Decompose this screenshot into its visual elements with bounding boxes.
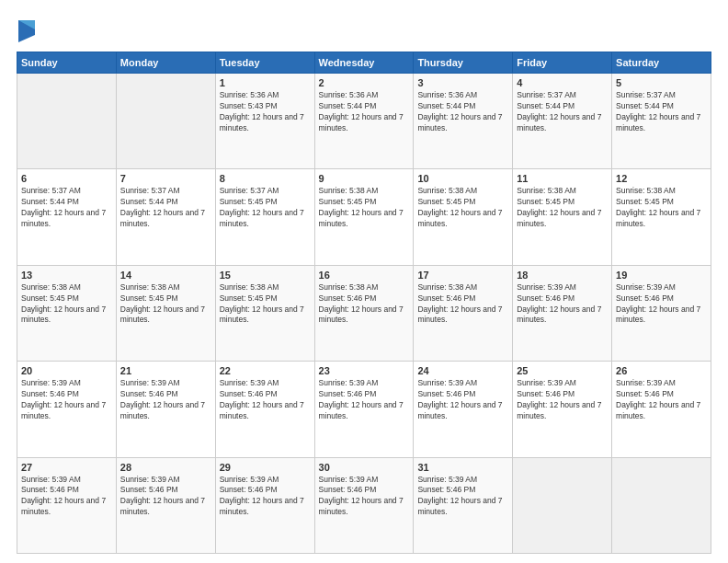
day-cell: 30Sunrise: 5:39 AMSunset: 5:46 PMDayligh… xyxy=(314,457,414,553)
day-number: 23 xyxy=(319,365,410,376)
day-info: Sunrise: 5:39 AMSunset: 5:46 PMDaylight:… xyxy=(319,378,410,422)
day-cell xyxy=(513,457,612,553)
week-row-3: 20Sunrise: 5:39 AMSunset: 5:46 PMDayligh… xyxy=(17,362,711,457)
day-info: Sunrise: 5:37 AMSunset: 5:44 PMDaylight:… xyxy=(120,186,211,230)
day-cell: 14Sunrise: 5:38 AMSunset: 5:45 PMDayligh… xyxy=(116,265,215,361)
day-number: 17 xyxy=(417,270,508,281)
day-cell xyxy=(17,74,117,169)
day-info: Sunrise: 5:38 AMSunset: 5:45 PMDaylight:… xyxy=(220,282,311,327)
day-cell: 24Sunrise: 5:39 AMSunset: 5:46 PMDayligh… xyxy=(414,362,513,457)
day-info: Sunrise: 5:36 AMSunset: 5:44 PMDaylight:… xyxy=(417,90,508,134)
weekday-header-friday: Friday xyxy=(513,52,612,74)
day-cell: 2Sunrise: 5:36 AMSunset: 5:44 PMDaylight… xyxy=(314,74,414,169)
day-info: Sunrise: 5:39 AMSunset: 5:46 PMDaylight:… xyxy=(417,475,508,519)
weekday-header-monday: Monday xyxy=(116,52,215,74)
day-cell: 7Sunrise: 5:37 AMSunset: 5:44 PMDaylight… xyxy=(116,169,215,265)
day-info: Sunrise: 5:38 AMSunset: 5:46 PMDaylight:… xyxy=(319,282,410,327)
day-cell: 9Sunrise: 5:38 AMSunset: 5:45 PMDaylight… xyxy=(314,169,414,265)
day-number: 5 xyxy=(616,77,707,88)
day-info: Sunrise: 5:38 AMSunset: 5:45 PMDaylight:… xyxy=(417,186,508,230)
day-info: Sunrise: 5:39 AMSunset: 5:46 PMDaylight:… xyxy=(616,282,707,327)
day-number: 24 xyxy=(417,365,508,376)
day-number: 22 xyxy=(220,365,311,376)
day-cell: 22Sunrise: 5:39 AMSunset: 5:46 PMDayligh… xyxy=(215,362,314,457)
day-number: 4 xyxy=(517,77,608,88)
day-cell: 1Sunrise: 5:36 AMSunset: 5:43 PMDaylight… xyxy=(215,74,314,169)
day-number: 11 xyxy=(517,173,608,184)
day-info: Sunrise: 5:39 AMSunset: 5:46 PMDaylight:… xyxy=(517,282,608,327)
weekday-header-row: SundayMondayTuesdayWednesdayThursdayFrid… xyxy=(17,52,711,74)
week-row-2: 13Sunrise: 5:38 AMSunset: 5:45 PMDayligh… xyxy=(17,265,711,361)
day-cell: 13Sunrise: 5:38 AMSunset: 5:45 PMDayligh… xyxy=(17,265,117,361)
day-number: 20 xyxy=(21,365,112,376)
day-cell: 4Sunrise: 5:37 AMSunset: 5:44 PMDaylight… xyxy=(513,74,612,169)
day-number: 6 xyxy=(21,173,112,184)
day-cell: 11Sunrise: 5:38 AMSunset: 5:45 PMDayligh… xyxy=(513,169,612,265)
weekday-header-tuesday: Tuesday xyxy=(215,52,314,74)
day-number: 12 xyxy=(616,173,707,184)
day-info: Sunrise: 5:39 AMSunset: 5:46 PMDaylight:… xyxy=(517,378,608,422)
week-row-0: 1Sunrise: 5:36 AMSunset: 5:43 PMDaylight… xyxy=(17,74,711,169)
day-cell: 31Sunrise: 5:39 AMSunset: 5:46 PMDayligh… xyxy=(414,457,513,553)
day-info: Sunrise: 5:37 AMSunset: 5:45 PMDaylight:… xyxy=(220,186,311,230)
day-cell: 10Sunrise: 5:38 AMSunset: 5:45 PMDayligh… xyxy=(414,169,513,265)
day-info: Sunrise: 5:39 AMSunset: 5:46 PMDaylight:… xyxy=(21,475,112,519)
day-info: Sunrise: 5:38 AMSunset: 5:45 PMDaylight:… xyxy=(616,186,707,230)
day-cell: 18Sunrise: 5:39 AMSunset: 5:46 PMDayligh… xyxy=(513,265,612,361)
day-cell: 23Sunrise: 5:39 AMSunset: 5:46 PMDayligh… xyxy=(314,362,414,457)
day-cell: 12Sunrise: 5:38 AMSunset: 5:45 PMDayligh… xyxy=(612,169,711,265)
day-info: Sunrise: 5:37 AMSunset: 5:44 PMDaylight:… xyxy=(616,90,707,134)
day-number: 16 xyxy=(319,270,410,281)
weekday-header-wednesday: Wednesday xyxy=(314,52,414,74)
day-number: 13 xyxy=(21,270,112,281)
day-number: 10 xyxy=(417,173,508,184)
day-info: Sunrise: 5:39 AMSunset: 5:46 PMDaylight:… xyxy=(616,378,707,422)
day-number: 30 xyxy=(319,462,410,473)
page: SundayMondayTuesdayWednesdayThursdayFrid… xyxy=(0,0,728,563)
day-cell: 6Sunrise: 5:37 AMSunset: 5:44 PMDaylight… xyxy=(17,169,117,265)
day-cell: 29Sunrise: 5:39 AMSunset: 5:46 PMDayligh… xyxy=(215,457,314,553)
day-info: Sunrise: 5:38 AMSunset: 5:46 PMDaylight:… xyxy=(417,282,508,327)
day-cell: 3Sunrise: 5:36 AMSunset: 5:44 PMDaylight… xyxy=(414,74,513,169)
day-info: Sunrise: 5:36 AMSunset: 5:44 PMDaylight:… xyxy=(319,90,410,134)
day-info: Sunrise: 5:38 AMSunset: 5:45 PMDaylight:… xyxy=(319,186,410,230)
day-cell: 16Sunrise: 5:38 AMSunset: 5:46 PMDayligh… xyxy=(314,265,414,361)
day-cell xyxy=(612,457,711,553)
day-cell xyxy=(116,74,215,169)
week-row-1: 6Sunrise: 5:37 AMSunset: 5:44 PMDaylight… xyxy=(17,169,711,265)
day-cell: 17Sunrise: 5:38 AMSunset: 5:46 PMDayligh… xyxy=(414,265,513,361)
day-number: 1 xyxy=(220,77,311,88)
day-number: 26 xyxy=(616,365,707,376)
day-number: 15 xyxy=(220,270,311,281)
day-info: Sunrise: 5:37 AMSunset: 5:44 PMDaylight:… xyxy=(21,186,112,230)
day-cell: 8Sunrise: 5:37 AMSunset: 5:45 PMDaylight… xyxy=(215,169,314,265)
day-info: Sunrise: 5:39 AMSunset: 5:46 PMDaylight:… xyxy=(21,378,112,422)
day-info: Sunrise: 5:39 AMSunset: 5:46 PMDaylight:… xyxy=(417,378,508,422)
day-number: 19 xyxy=(616,270,707,281)
day-number: 7 xyxy=(120,173,211,184)
calendar-body: 1Sunrise: 5:36 AMSunset: 5:43 PMDaylight… xyxy=(17,74,711,554)
day-number: 2 xyxy=(319,77,410,88)
day-cell: 15Sunrise: 5:38 AMSunset: 5:45 PMDayligh… xyxy=(215,265,314,361)
day-info: Sunrise: 5:37 AMSunset: 5:44 PMDaylight:… xyxy=(517,90,608,134)
day-number: 18 xyxy=(517,270,608,281)
day-info: Sunrise: 5:38 AMSunset: 5:45 PMDaylight:… xyxy=(21,282,112,327)
day-info: Sunrise: 5:39 AMSunset: 5:46 PMDaylight:… xyxy=(319,475,410,519)
day-number: 9 xyxy=(319,173,410,184)
weekday-header-saturday: Saturday xyxy=(612,52,711,74)
calendar-table: SundayMondayTuesdayWednesdayThursdayFrid… xyxy=(17,52,711,554)
day-info: Sunrise: 5:39 AMSunset: 5:46 PMDaylight:… xyxy=(220,475,311,519)
day-info: Sunrise: 5:36 AMSunset: 5:43 PMDaylight:… xyxy=(220,90,311,134)
day-cell: 21Sunrise: 5:39 AMSunset: 5:46 PMDayligh… xyxy=(116,362,215,457)
day-number: 29 xyxy=(220,462,311,473)
day-info: Sunrise: 5:38 AMSunset: 5:45 PMDaylight:… xyxy=(120,282,211,327)
logo xyxy=(17,17,40,42)
day-info: Sunrise: 5:39 AMSunset: 5:46 PMDaylight:… xyxy=(220,378,311,422)
calendar-header: SundayMondayTuesdayWednesdayThursdayFrid… xyxy=(17,52,711,74)
day-number: 28 xyxy=(120,462,211,473)
weekday-header-thursday: Thursday xyxy=(414,52,513,74)
day-number: 31 xyxy=(417,462,508,473)
day-number: 27 xyxy=(21,462,112,473)
day-info: Sunrise: 5:39 AMSunset: 5:46 PMDaylight:… xyxy=(120,475,211,519)
day-cell: 28Sunrise: 5:39 AMSunset: 5:46 PMDayligh… xyxy=(116,457,215,553)
